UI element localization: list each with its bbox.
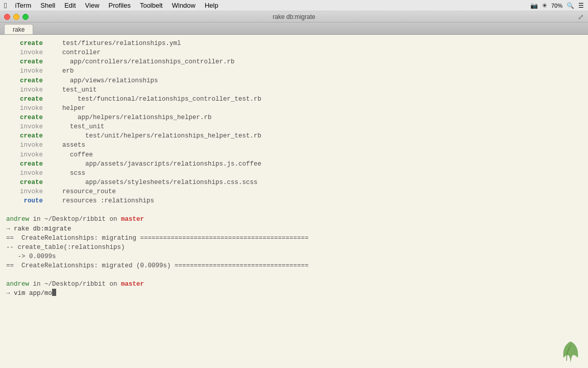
menu-profiles[interactable]: Profiles — [105, 0, 135, 11]
traffic-lights — [4, 14, 29, 20]
tab-rake[interactable]: rake — [4, 24, 33, 34]
action-create: create — [6, 159, 47, 169]
list-item: invoke helper — [6, 104, 582, 113]
list-item: invoke assets — [6, 141, 582, 150]
leaf-icon — [561, 340, 580, 364]
list-item: create app/views/relationships — [6, 76, 582, 85]
action-invoke: invoke — [6, 141, 47, 150]
migrate-line-3: -> 0.0099s — [6, 252, 582, 261]
command-line-1: → rake db:migrate — [6, 224, 582, 234]
menu-view[interactable]: View — [81, 0, 104, 11]
battery-indicator: 70% — [551, 3, 562, 9]
list-item: create app/helpers/relationships_helper.… — [6, 113, 582, 122]
menubar:  iTerm Shell Edit View Profiles Toolbel… — [0, 0, 588, 11]
list-item: invoke test_unit — [6, 85, 582, 95]
migrate-line-1: == CreateRelationships: migrating ======… — [6, 234, 582, 243]
menu-window[interactable]: Window — [168, 0, 200, 11]
list-item: create test/fixtures/relationships.yml — [6, 39, 582, 48]
terminal-content[interactable]: create test/fixtures/relationships.yml i… — [0, 35, 588, 368]
list-item: invoke scss — [6, 169, 582, 178]
terminal-cursor — [52, 289, 56, 296]
migrate-line-2: -- create_table(:relationships) — [6, 243, 582, 252]
action-invoke: invoke — [6, 48, 47, 57]
action-invoke: invoke — [6, 122, 47, 131]
action-create: create — [6, 113, 47, 122]
titlebar: rake db:migrate ⤢ — [0, 11, 588, 22]
prompt-line-1: andrew in ~/Desktop/ribbit on master — [6, 215, 582, 224]
list-item: invoke resource_route — [6, 187, 582, 196]
action-route: route — [6, 196, 47, 205]
menu-toolbelt[interactable]: Toolbelt — [136, 0, 167, 11]
list-item: invoke controller — [6, 48, 582, 57]
action-create: create — [6, 131, 47, 141]
window-title: rake db:migrate — [273, 13, 315, 20]
menubar-right: 📷 ✳ 70% 🔍 ☰ — [530, 2, 584, 9]
close-button[interactable] — [4, 14, 10, 20]
bluetooth-icon: ✳ — [542, 2, 547, 9]
action-create: create — [6, 76, 47, 85]
action-invoke: invoke — [6, 169, 47, 178]
list-item: invoke erb — [6, 66, 582, 76]
apple-menu[interactable]:  — [4, 1, 7, 10]
search-icon[interactable]: 🔍 — [567, 2, 574, 9]
menu-shell[interactable]: Shell — [36, 0, 59, 11]
list-item: create test/functional/relationships_con… — [6, 95, 582, 104]
list-item: create app/assets/javascripts/relationsh… — [6, 159, 582, 169]
list-icon[interactable]: ☰ — [578, 2, 584, 9]
menu-edit[interactable]: Edit — [60, 0, 80, 11]
list-item: create app/controllers/relationships_con… — [6, 57, 582, 66]
list-item: invoke coffee — [6, 150, 582, 159]
blank-line — [6, 205, 582, 215]
action-invoke: invoke — [6, 85, 47, 95]
action-create: create — [6, 95, 47, 104]
tabbar: rake — [0, 22, 588, 35]
blank-line-2 — [6, 270, 582, 280]
list-item: invoke test_unit — [6, 122, 582, 131]
action-invoke: invoke — [6, 66, 47, 76]
maximize-button[interactable] — [22, 14, 29, 20]
list-item: create app/assets/stylesheets/relationsh… — [6, 178, 582, 187]
camera-icon: 📷 — [530, 2, 538, 9]
migrate-line-4: == CreateRelationships: migrated (0.0099… — [6, 261, 582, 270]
minimize-button[interactable] — [13, 14, 19, 20]
menu-iterm[interactable]: iTerm — [11, 0, 35, 11]
list-item: route resources :relationships — [6, 196, 582, 205]
action-invoke: invoke — [6, 104, 47, 113]
action-create: create — [6, 39, 47, 48]
list-item: create test/unit/helpers/relationships_h… — [6, 131, 582, 141]
iterm-window: rake db:migrate ⤢ rake create test/fixtu… — [0, 11, 588, 368]
action-invoke: invoke — [6, 187, 47, 196]
command-line-2: → vim app/mo — [6, 289, 582, 298]
action-create: create — [6, 178, 47, 187]
menu-help[interactable]: Help — [201, 0, 223, 11]
action-create: create — [6, 57, 47, 66]
expand-icon[interactable]: ⤢ — [578, 13, 584, 21]
prompt-line-2: andrew in ~/Desktop/ribbit on master — [6, 280, 582, 289]
action-invoke: invoke — [6, 150, 47, 159]
